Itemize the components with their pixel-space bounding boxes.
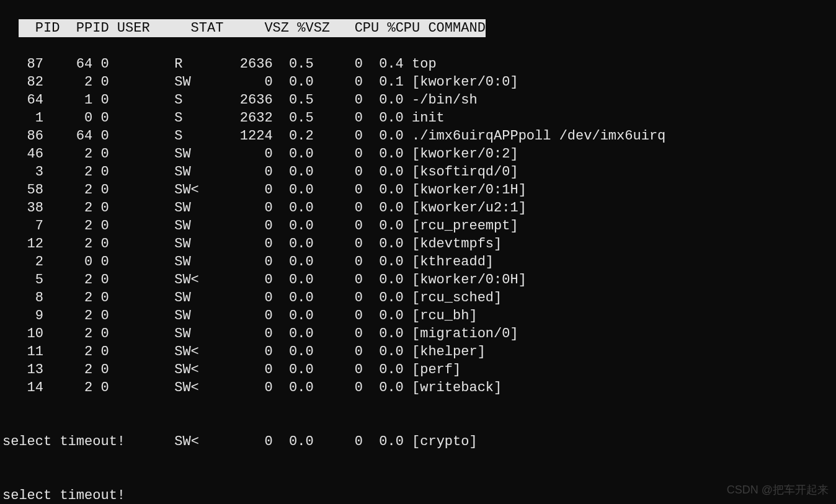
cell-vszp: 0.0 — [273, 325, 314, 343]
header-vszp: %VSZ — [289, 19, 330, 37]
cell-stat: SW< — [133, 271, 207, 289]
cell-cpu: 0 — [314, 73, 363, 91]
cell-vszp: 0.0 — [273, 217, 314, 235]
cell-pid: 14 — [2, 379, 43, 397]
cell-cpu: 0 — [314, 91, 363, 109]
cell-cmd: -/bin/sh — [404, 91, 478, 109]
cell-vszp: 0.0 — [273, 343, 314, 361]
table-row: 100S26320.500.0init — [2, 109, 834, 127]
cell-ppid: 0 — [43, 109, 92, 127]
cell-cpup: 0.0 — [363, 145, 404, 163]
cell-cmd: [kworker/u2:1] — [404, 199, 527, 217]
cell-stat: SW< — [133, 379, 207, 397]
cell-cmd: [kdevtmpfs] — [404, 235, 502, 253]
table-row: 1020SW00.000.0[migration/0] — [2, 325, 834, 343]
cell-cpup: 0.0 — [363, 253, 404, 271]
table-row: 920SW00.000.0[rcu_bh] — [2, 307, 834, 325]
cell-vsz: 0 — [207, 379, 273, 397]
cell-pid: 9 — [2, 307, 43, 325]
cell-cpup: 0.0 — [363, 217, 404, 235]
table-row: 87640R26360.500.4top — [2, 55, 834, 73]
cell-user: 0 — [92, 235, 133, 253]
cell-ppid: 2 — [43, 307, 92, 325]
cell-cpu: 0 — [314, 325, 363, 343]
cell-vszp: 0.0 — [273, 253, 314, 271]
cell-cmd: [rcu_bh] — [404, 307, 478, 325]
cell-pid: 86 — [2, 127, 43, 145]
watermark: CSDN @把车开起来 — [727, 481, 829, 499]
cell-vsz: 0 — [207, 271, 273, 289]
cell-stat: S — [133, 91, 207, 109]
table-row: 6410S26360.500.0-/bin/sh — [2, 91, 834, 109]
cell-ppid: 1 — [43, 91, 92, 109]
cell-pid: 13 — [2, 361, 43, 379]
cell-user: 0 — [92, 91, 133, 109]
cell-ppid: 2 — [43, 199, 92, 217]
cell-user: 0 — [92, 361, 133, 379]
cell-cpu: 0 — [314, 145, 363, 163]
cell-vszp: 0.2 — [273, 127, 314, 145]
cell-pid: 1 — [2, 109, 43, 127]
cell-user: 0 — [92, 379, 133, 397]
cell-user: 0 — [92, 163, 133, 181]
cell-vszp: 0.0 — [273, 271, 314, 289]
cell-user: 0 — [92, 199, 133, 217]
cell-vszp: 0.0 — [273, 145, 314, 163]
header-vsz: VSZ — [223, 19, 289, 37]
cell-cpu: 0 — [314, 199, 363, 217]
cell-cmd: [kworker/0:0] — [404, 73, 518, 91]
cell-user: 0 — [92, 343, 133, 361]
cell-vsz: 0 — [207, 73, 273, 91]
cell-pid: 3 — [2, 163, 43, 181]
cell-pid: 10 — [2, 325, 43, 343]
cell-stat: SW< — [133, 343, 207, 361]
cell-pid: 8 — [2, 289, 43, 307]
cell-cpup: 0.0 — [363, 181, 404, 199]
cell-ppid: 2 — [43, 163, 92, 181]
cell-user: 0 — [92, 289, 133, 307]
cell-stat: SW< — [133, 181, 207, 199]
cell-ppid: 2 — [43, 217, 92, 235]
cell-cmd: [kthreadd] — [404, 253, 494, 271]
cell-ppid: 2 — [43, 343, 92, 361]
cell-cmd: top — [404, 55, 437, 73]
cell-user: 0 — [92, 181, 133, 199]
cell-vsz: 0 — [207, 145, 273, 163]
cell-cpup: 0.0 — [363, 91, 404, 109]
overlap-msg: select timeout! — [2, 433, 133, 451]
table-row: 86640S12240.200.0./imx6uirqAPPpoll /dev/… — [2, 127, 834, 145]
overlap-cmd: [crypto] — [404, 433, 478, 451]
cell-vszp: 0.0 — [273, 181, 314, 199]
cell-stat: SW — [133, 199, 207, 217]
cell-vszp: 0.0 — [273, 361, 314, 379]
cell-cpup: 0.0 — [363, 109, 404, 127]
cell-vsz: 0 — [207, 289, 273, 307]
cell-cmd: [perf] — [404, 361, 461, 379]
cell-user: 0 — [92, 109, 133, 127]
cell-vsz: 0 — [207, 199, 273, 217]
table-row: 520SW<00.000.0[kworker/0:0H] — [2, 271, 834, 289]
cell-user: 0 — [92, 325, 133, 343]
cell-user: 0 — [92, 217, 133, 235]
cell-ppid: 2 — [43, 271, 92, 289]
table-row: 720SW00.000.0[rcu_preempt] — [2, 217, 834, 235]
table-row: 4620SW00.000.0[kworker/0:2] — [2, 145, 834, 163]
cell-vsz: 2636 — [207, 91, 273, 109]
cell-cmd: [rcu_sched] — [404, 289, 502, 307]
cell-cpup: 0.0 — [363, 235, 404, 253]
cell-stat: SW — [133, 325, 207, 343]
cell-vsz: 0 — [207, 253, 273, 271]
cell-cpup: 0.1 — [363, 73, 404, 91]
overlap-vsz: 0 — [207, 433, 273, 451]
cell-vsz: 2636 — [207, 55, 273, 73]
cell-vszp: 0.5 — [273, 55, 314, 73]
terminal-output[interactable]: PID PPIDUSERSTATVSZ %VSZCPU %CPUCOMMAND … — [2, 1, 834, 504]
cell-vszp: 0.0 — [273, 235, 314, 253]
overlap-cpup: 0.0 — [363, 433, 404, 451]
cell-ppid: 2 — [43, 361, 92, 379]
cell-cpu: 0 — [314, 181, 363, 199]
cell-cpu: 0 — [314, 55, 363, 73]
messages: select timeout!select timeout!select tim… — [2, 487, 834, 504]
cell-vszp: 0.0 — [273, 379, 314, 397]
cell-cmd: [kworker/0:0H] — [404, 271, 527, 289]
